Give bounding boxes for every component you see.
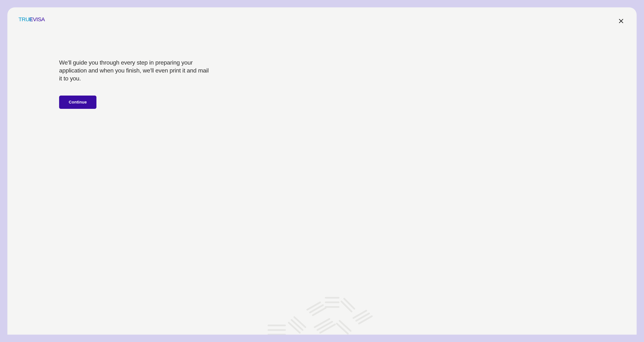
- modal-header: TRU E VISA: [8, 7, 636, 25]
- close-button[interactable]: [617, 17, 626, 25]
- modal-card: TRU E VISA We'll guide you through every…: [8, 7, 636, 335]
- svg-line-23: [340, 321, 351, 331]
- svg-line-17: [342, 301, 352, 312]
- svg-line-19: [314, 319, 330, 327]
- svg-line-9: [292, 320, 302, 330]
- svg-line-8: [289, 323, 300, 333]
- background-pattern: [257, 279, 387, 335]
- svg-text:VISA: VISA: [33, 17, 45, 22]
- description-text: We'll guide you through every step in pr…: [59, 59, 210, 83]
- truevisa-logo: TRU E VISA: [18, 17, 54, 22]
- svg-text:E: E: [29, 17, 33, 22]
- close-icon: [618, 18, 624, 24]
- svg-line-22: [337, 324, 348, 334]
- modal-content: We'll guide you through every step in pr…: [8, 25, 210, 109]
- svg-line-18: [344, 299, 354, 309]
- svg-line-20: [318, 322, 332, 330]
- svg-line-10: [294, 317, 305, 327]
- continue-button[interactable]: Continue: [59, 96, 96, 109]
- svg-text:TRU: TRU: [18, 17, 29, 22]
- svg-line-21: [320, 325, 335, 333]
